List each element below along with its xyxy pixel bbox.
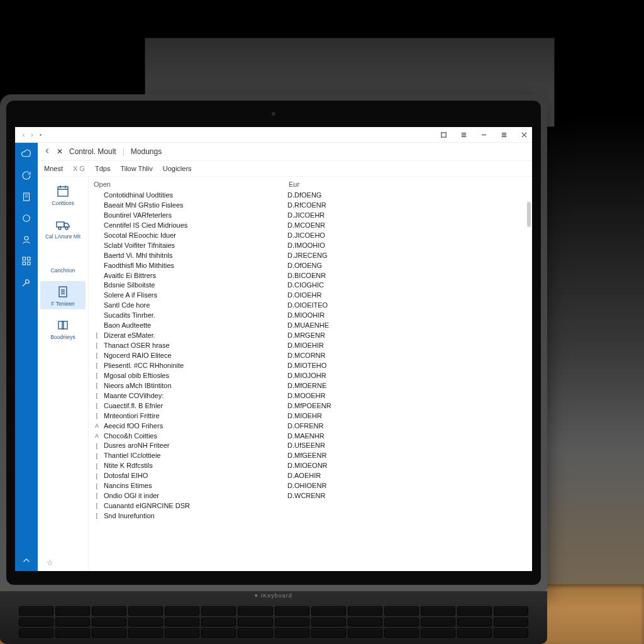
list-row[interactable]: [Mgosal obib EftioslesD.MIOJOHR bbox=[92, 371, 532, 381]
key bbox=[92, 628, 126, 638]
key bbox=[311, 618, 346, 627]
list-row[interactable]: Baertd Vi. Mhl thihitnlsD.JRECENG bbox=[92, 251, 532, 261]
minimize-button[interactable] bbox=[478, 129, 489, 140]
row-icon bbox=[92, 292, 101, 299]
cloud-icon[interactable] bbox=[19, 147, 34, 162]
list-row[interactable]: [Pliesentl. #CC RHhoniniteD.MIOTEHO bbox=[92, 361, 532, 371]
refresh-icon[interactable] bbox=[19, 168, 34, 183]
list-row[interactable]: [Maante COVilhdey:D.MOOEHR bbox=[92, 391, 532, 401]
restore-button[interactable] bbox=[438, 129, 449, 140]
menu-uogiclers[interactable]: Uogiclers bbox=[163, 165, 192, 172]
row-value: D.MIOOHIR bbox=[287, 311, 325, 320]
list-row[interactable]: AAeecid fOO FrihersD.OFRENR bbox=[92, 421, 532, 431]
svg-rect-9 bbox=[57, 222, 64, 227]
list-row[interactable]: Baon AudteetteD.MUAENHE bbox=[92, 321, 532, 331]
crumb-close-icon[interactable]: ✕ bbox=[57, 147, 63, 156]
list-row[interactable]: [Cuaectif.fl. B EfnlerD.MfPOEENR bbox=[92, 401, 532, 411]
list-row[interactable]: Bountirel VARfeterlersD.JICOEHR bbox=[92, 211, 532, 221]
list-row[interactable]: [Nancins EtimesD.OHIOENR bbox=[92, 481, 532, 491]
list-row[interactable]: Sclabl Voifiter TifnitaiesD.IMOOHIO bbox=[92, 241, 532, 251]
sidebar-item-label: Canchrion bbox=[51, 268, 75, 274]
key bbox=[55, 618, 90, 627]
menu-xg[interactable]: X G bbox=[73, 165, 85, 172]
list-row[interactable]: [Ondio OGl it inderD.WCRENR bbox=[92, 491, 532, 501]
menu-mnest[interactable]: Mnest bbox=[44, 165, 63, 172]
page-icon[interactable] bbox=[19, 189, 34, 204]
key bbox=[421, 628, 455, 638]
row-icon: [ bbox=[92, 412, 101, 419]
scrollbar[interactable] bbox=[527, 202, 531, 565]
list-row[interactable]: Faodthisfl Mio MithitiesD.OfOENG bbox=[92, 261, 532, 271]
nav-back-icon[interactable]: ‹ bbox=[23, 131, 25, 138]
circle-icon[interactable] bbox=[19, 211, 34, 226]
footer-star-icon[interactable]: ☆ bbox=[47, 558, 53, 567]
list-row[interactable]: Santl Cde horeD.OIOEITEO bbox=[92, 301, 532, 311]
list-pane: Open Eur Contotidhinal UodtitiesD.DfOENG… bbox=[89, 177, 532, 571]
list-row[interactable]: Socotal REoochic IduerD.JICOEHO bbox=[92, 231, 532, 241]
tool-icon[interactable] bbox=[19, 275, 34, 290]
menu-button[interactable] bbox=[458, 129, 469, 140]
list-row[interactable]: [Dusres aroNH FriteerD.UfSEENR bbox=[92, 441, 532, 451]
list-row[interactable]: Contotidhinal UodtitiesD.DfOENG bbox=[92, 191, 532, 201]
menu2-button[interactable] bbox=[498, 129, 509, 140]
list-row[interactable]: AChoco&h CoittiesD.MAENHR bbox=[92, 431, 532, 441]
list-row[interactable]: [Snd Inurefuntion bbox=[92, 511, 532, 521]
list-row[interactable]: [Dizerat eSMater.D.MRGENR bbox=[92, 331, 532, 341]
crumb-a[interactable]: Control. Moult bbox=[69, 147, 116, 156]
key bbox=[92, 618, 126, 627]
breadcrumb: ✕ Control. Moult | Modungs bbox=[38, 143, 532, 161]
list-row[interactable]: Bdsnie SilboitsteD.CIOGHIC bbox=[92, 280, 532, 291]
row-value: D.MIOJOHR bbox=[287, 371, 326, 380]
row-name: Solere A if Flisers bbox=[104, 291, 287, 300]
row-name: Faodthisfl Mio Mithities bbox=[104, 261, 287, 270]
truck-icon bbox=[54, 216, 72, 233]
list-row[interactable]: [Thantiel ICclottieieD.MfGEENR bbox=[92, 451, 532, 461]
grid-icon[interactable] bbox=[19, 253, 34, 269]
list-row[interactable]: [Ntite K RdfcstilsD.MIOEONR bbox=[92, 461, 532, 471]
scrollbar-thumb[interactable] bbox=[527, 202, 531, 227]
close-button[interactable] bbox=[518, 129, 530, 140]
list-row[interactable]: [Cuanantd eIGNRCINE DSR bbox=[92, 501, 532, 511]
row-icon: [ bbox=[92, 362, 101, 369]
row-value: D.WCRENR bbox=[287, 491, 326, 501]
row-icon bbox=[92, 221, 101, 229]
list-row[interactable]: [Mnteontiori FrittireD.MIOEHR bbox=[92, 411, 532, 421]
menu-tdps[interactable]: Tdps bbox=[95, 165, 110, 172]
list-row[interactable]: [Ngocerd RAIO EliteceD.MCORNR bbox=[92, 351, 532, 361]
col-eur[interactable]: Eur bbox=[289, 180, 299, 188]
row-name: Snd Inurefuntion bbox=[104, 511, 287, 521]
left-rail bbox=[15, 143, 38, 571]
blank-icon bbox=[54, 250, 72, 267]
list-row[interactable]: Cenntifel IS Cied MidriouesD.MCOENR bbox=[92, 221, 532, 231]
row-value: D.MCOENR bbox=[287, 221, 325, 230]
row-value: D.MOOEHR bbox=[287, 391, 326, 401]
list-row[interactable]: [Nieors aMch IBtintitonD.MfOERNE bbox=[92, 381, 532, 391]
list-row[interactable]: Solere A if FlisersD.OIOEHR bbox=[92, 291, 532, 301]
row-name: Ngocerd RAIO Elitece bbox=[104, 351, 287, 360]
key bbox=[19, 628, 53, 638]
list-row[interactable]: Baeait Mhl GRstio FisleesD.RfCOENR bbox=[92, 201, 532, 211]
sidebar-item-cal-lanure[interactable]: Cal LAnure Mit bbox=[40, 214, 86, 242]
crumb-b[interactable]: Modungs bbox=[131, 147, 162, 156]
nav-fwd-icon[interactable]: › bbox=[31, 131, 33, 138]
col-open[interactable]: Open bbox=[94, 180, 289, 188]
row-value: D.BICOENR bbox=[287, 271, 326, 280]
row-name: Bountirel VARfeterlers bbox=[104, 211, 287, 220]
caret-up-icon[interactable] bbox=[19, 553, 34, 568]
menu-tilow[interactable]: Tilow Thliv bbox=[120, 165, 152, 172]
sidebar-item-canchrion[interactable]: Canchrion bbox=[40, 248, 86, 276]
row-icon: A bbox=[92, 422, 101, 430]
row-name: Choco&h Coitties bbox=[104, 431, 287, 441]
sidebar-item-contices[interactable]: Conttices bbox=[40, 180, 86, 209]
sidebar-item-boodrieys[interactable]: Boodriieys bbox=[40, 314, 86, 343]
user-icon[interactable] bbox=[19, 232, 34, 247]
list-row[interactable]: Avaitlc Ei BittrersD.BICOENR bbox=[92, 271, 532, 281]
list-row[interactable]: Sucadits Tinrber.D.MIOOHIR bbox=[92, 311, 532, 321]
crumb-back-icon[interactable] bbox=[44, 147, 50, 156]
row-name: Socotal REoochic Iduer bbox=[104, 231, 287, 240]
key bbox=[201, 606, 236, 616]
row-value: D.UfSEENR bbox=[287, 441, 325, 450]
list-row[interactable]: [Thanact OSER hraseD.MIOEHIR bbox=[92, 341, 532, 351]
sidebar-item-ftenieen[interactable]: F Tenieen bbox=[40, 281, 86, 309]
list-row[interactable]: [Dotosfal EIHOD.AOEHIR bbox=[92, 471, 532, 481]
